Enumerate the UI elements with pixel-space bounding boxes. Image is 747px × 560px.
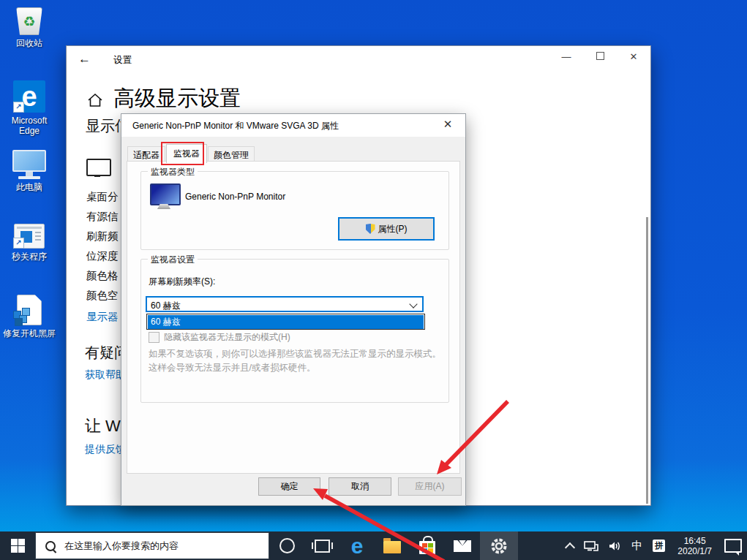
file-explorer-button[interactable]	[375, 531, 410, 560]
desktop-icon-label: 秒关程序	[0, 251, 59, 262]
mail-button[interactable]	[445, 531, 480, 560]
chevron-down-icon	[409, 300, 417, 308]
minimize-button[interactable]: —	[549, 46, 583, 69]
search-icon	[45, 541, 56, 551]
desktop-icon-label: 此电脑	[0, 182, 59, 192]
edge-icon: e ↗	[13, 80, 45, 113]
hide-modes-checkbox	[149, 332, 159, 343]
dialog-close-icon[interactable]: ✕	[440, 118, 455, 131]
clock-time: 16:45	[684, 536, 706, 546]
taskbar-edge-button[interactable]: e	[339, 531, 375, 560]
refresh-rate-dropdown-list: 60 赫兹	[146, 314, 425, 330]
display-spec-row: 刷新频	[86, 230, 119, 243]
shortcut-arrow-icon: ↗	[13, 238, 24, 249]
monitor-device-name: Generic Non-PnP Monitor	[185, 192, 285, 202]
store-icon	[419, 541, 435, 554]
taskbar-search-box[interactable]	[35, 532, 269, 559]
desktop-icon-fix-black-screen[interactable]: 修复开机黑屏	[0, 293, 59, 338]
display-spec-row: 桌面分	[86, 190, 119, 204]
hide-modes-label: 隐藏该监视器无法显示的模式(H)	[164, 331, 290, 344]
back-arrow-icon[interactable]: ←	[78, 52, 91, 67]
display-spec-row: 位深度	[86, 249, 119, 263]
clock-date: 2020/1/7	[677, 546, 712, 556]
dialog-titlebar: Generic Non-PnP Monitor 和 VMware SVGA 3D…	[121, 114, 465, 137]
taskbar: e 中 拼 16:45 2020/1/7	[0, 531, 747, 560]
cortana-button[interactable]	[269, 531, 304, 560]
settings-titlebar: ← 设置 — ✕	[67, 46, 650, 74]
desktop-icon-this-pc[interactable]: 此电脑	[0, 148, 59, 192]
desktop-icon-label: 回收站	[0, 38, 59, 48]
system-tray: 中 拼 16:45 2020/1/7	[561, 531, 747, 560]
app-window-icon: ↗	[13, 224, 45, 249]
desktop-icon-label: 修复开机黑屏	[0, 328, 59, 338]
display-adapter-link[interactable]: 显示器	[86, 310, 119, 324]
properties-button[interactable]: 属性(P)	[338, 217, 435, 241]
combobox-value: 60 赫兹	[151, 300, 181, 312]
folder-icon	[383, 541, 401, 553]
settings-taskbar-button-active[interactable]	[480, 531, 518, 560]
display-spec-row: 颜色空	[86, 289, 119, 303]
groupbox-label: 监视器设置	[148, 254, 198, 266]
monitor-properties-dialog: Generic Non-PnP Monitor 和 VMware SVGA 3D…	[121, 113, 466, 506]
desktop-icon-quick-off-app[interactable]: ↗ 秒关程序	[0, 219, 59, 262]
refresh-rate-label: 屏幕刷新频率(S):	[149, 276, 215, 288]
search-input[interactable]	[63, 540, 256, 552]
tray-chevron-up-icon[interactable]	[561, 531, 579, 560]
task-view-icon	[315, 540, 330, 553]
get-help-link[interactable]: 获取帮助	[85, 368, 126, 382]
edge-icon: e	[351, 535, 364, 557]
feedback-heading: 让 Wi	[85, 415, 124, 437]
uac-shield-icon	[366, 224, 375, 234]
shortcut-arrow-icon: ↗	[13, 102, 24, 113]
page-title: 高级显示设置	[113, 84, 241, 113]
display-spec-row: 有源信	[86, 210, 119, 224]
registry-file-icon	[0, 295, 59, 325]
windows-logo-icon	[11, 539, 25, 553]
cancel-button[interactable]: 取消	[329, 477, 391, 496]
cortana-icon	[279, 538, 295, 553]
settings-window-title: 设置	[113, 54, 132, 67]
display-spec-row: 颜色格	[86, 269, 119, 283]
apply-button-disabled: 应用(A)	[398, 477, 462, 496]
this-pc-icon	[0, 150, 59, 179]
ime-mode-indicator[interactable]: 拼	[647, 531, 670, 560]
monitor-outline-icon	[86, 159, 111, 176]
scrollbar-thumb[interactable]	[646, 217, 648, 504]
microsoft-store-button[interactable]	[410, 531, 445, 560]
task-view-button[interactable]	[304, 531, 339, 560]
start-button[interactable]	[0, 531, 35, 560]
give-feedback-link[interactable]: 提供反馈	[85, 443, 126, 456]
recycle-bin-icon: ♻	[0, 7, 59, 35]
dialog-title: Generic Non-PnP Monitor 和 VMware SVGA 3D…	[132, 120, 339, 132]
groupbox-label: 监视器类型	[148, 166, 198, 178]
monitor-device-icon	[150, 183, 181, 205]
refresh-rate-combobox[interactable]: 60 赫兹	[146, 296, 424, 312]
mail-icon	[454, 540, 471, 552]
action-center-button[interactable]	[719, 531, 747, 560]
maximize-button[interactable]	[583, 46, 617, 69]
close-button[interactable]: ✕	[617, 46, 650, 69]
monitor-settings-groupbox: 监视器设置 屏幕刷新频率(S): 60 赫兹 60 赫兹 隐藏该监视器无法显示的…	[140, 259, 449, 403]
network-icon[interactable]	[579, 531, 604, 560]
volume-icon[interactable]	[604, 531, 626, 560]
desktop-icon-recycle-bin[interactable]: ♻ 回收站	[0, 4, 59, 48]
ok-button[interactable]: 确定	[258, 477, 320, 496]
warning-text: 如果不复选该项，则你可以选择那些该监视器无法正常显示的显示模式。 这样会导致无法…	[149, 347, 441, 375]
monitor-type-groupbox: 监视器类型 Generic Non-PnP Monitor 属性(P)	[140, 171, 449, 250]
ime-language-indicator[interactable]: 中	[626, 531, 647, 560]
monitor-tab-panel: 监视器类型 Generic Non-PnP Monitor 属性(P) 监视器设…	[127, 161, 460, 474]
desktop-icon-label: Microsoft Edge	[4, 116, 55, 136]
action-center-icon	[724, 539, 742, 553]
gear-icon	[489, 537, 508, 556]
hide-modes-row: 隐藏该监视器无法显示的模式(H)	[149, 331, 290, 344]
annotation-red-box-monitor-tab	[161, 142, 204, 165]
home-icon	[87, 93, 103, 107]
dropdown-option-60hz[interactable]: 60 赫兹	[148, 315, 424, 329]
desktop-icon-edge[interactable]: e ↗ Microsoft Edge	[0, 80, 59, 136]
desktop-wallpaper: ♻ 回收站 e ↗ Microsoft Edge 此电脑 ↗ 秒关程序	[0, 0, 747, 560]
taskbar-clock[interactable]: 16:45 2020/1/7	[670, 531, 719, 560]
